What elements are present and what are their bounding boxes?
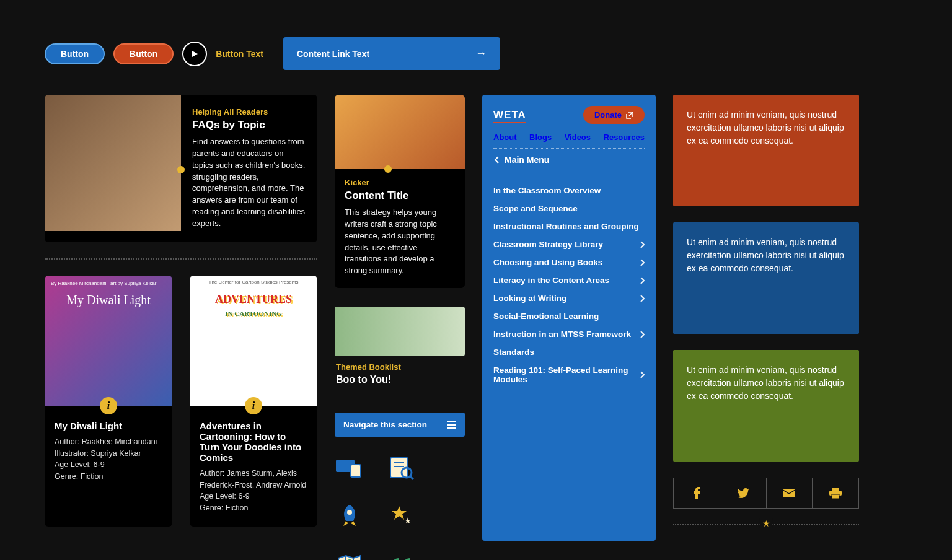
book-card[interactable]: By Raakhee Mirchandani · art by Supriya … xyxy=(45,276,172,527)
booklist-card[interactable]: Themed Booklist Boo to You! xyxy=(335,307,465,396)
menu-item-label: Looking at Writing xyxy=(493,294,566,303)
nav-resources[interactable]: Resources xyxy=(604,133,645,142)
card-desc: This strategy helps young writers craft … xyxy=(345,207,455,277)
menu-item[interactable]: Instruction in an MTSS Framework xyxy=(493,325,645,343)
menu-item[interactable]: Instructional Routines and Grouping xyxy=(493,217,645,235)
book-illustrator: Illustrator: Supriya Kelkar xyxy=(55,448,162,460)
primary-button[interactable]: Button xyxy=(45,43,105,64)
menu-item-label: Literacy in the Content Areas xyxy=(493,276,609,285)
menu-item-label: Choosing and Using Books xyxy=(493,258,602,267)
facebook-icon xyxy=(693,487,700,499)
chevron-right-icon xyxy=(640,331,645,338)
hamburger-icon xyxy=(447,421,456,429)
menu-item[interactable]: Choosing and Using Books xyxy=(493,253,645,271)
menu-item[interactable]: In the Classroom Overview xyxy=(493,182,645,199)
nav-blogs[interactable]: Blogs xyxy=(529,133,552,142)
divider xyxy=(45,258,317,260)
info-icon: i xyxy=(100,397,117,414)
nav-videos[interactable]: Videos xyxy=(565,133,591,142)
book-card[interactable]: The Center for Cartoon Studies Presents … xyxy=(190,276,317,527)
content-link-label: Content Link Text xyxy=(297,49,369,59)
chevron-right-icon xyxy=(640,295,645,302)
feature-card[interactable]: Helping All Readers FAQs by Topic Find a… xyxy=(45,95,317,242)
menu-item[interactable]: Standards xyxy=(493,343,645,361)
booklist-title: Boo to You! xyxy=(336,374,464,385)
menu-item-label: Reading 101: Self-Paced Learning Modules xyxy=(493,365,640,384)
quote-icon xyxy=(388,551,415,560)
book-cover: The Center for Cartoon Studies Presents … xyxy=(190,276,317,406)
menu-item-label: Social-Emotional Learning xyxy=(493,312,599,321)
arrow-right-icon: → xyxy=(475,47,487,60)
menu-divider xyxy=(493,175,645,175)
menu-item-label: Instruction in an MTSS Framework xyxy=(493,330,631,339)
breadcrumb[interactable]: Main Menu xyxy=(493,155,645,165)
star-icon: ★ xyxy=(760,518,773,528)
menu-item[interactable]: Scope and Sequence xyxy=(493,199,645,217)
print-icon xyxy=(829,488,842,499)
menu-item-label: In the Classroom Overview xyxy=(493,186,601,195)
cover-title: My Diwali Light xyxy=(45,293,172,307)
book-author: Author: Raakhee Mirchandani xyxy=(55,436,162,448)
icon-row xyxy=(335,454,465,560)
svg-marker-0 xyxy=(192,51,198,57)
menu-item[interactable]: Literacy in the Content Areas xyxy=(493,271,645,289)
menu-item-label: Classroom Strategy Library xyxy=(493,240,603,249)
cover-byline: By Raakhee Mirchandani · art by Supriya … xyxy=(51,281,156,286)
play-icon xyxy=(190,50,199,58)
chevron-right-icon xyxy=(640,277,645,284)
news-search-icon xyxy=(388,454,415,481)
menu-item-label: Scope and Sequence xyxy=(493,204,578,213)
svg-point-8 xyxy=(347,510,352,515)
sidebar-menu: WETA Donate About Blogs Videos Resources… xyxy=(482,95,656,541)
card-kicker: Kicker xyxy=(345,178,455,187)
menu-item-label: Standards xyxy=(493,348,534,357)
section-nav-toggle[interactable]: Navigate this section xyxy=(335,413,465,437)
feature-title: FAQs by Topic xyxy=(192,119,306,131)
info-icon: i xyxy=(245,397,262,414)
secondary-button[interactable]: Button xyxy=(113,43,174,64)
menu-item[interactable]: Social-Emotional Learning xyxy=(493,307,645,325)
callout-blue: Ut enim ad minim veniam, quis nostrud ex… xyxy=(673,222,859,334)
content-link-bar[interactable]: Content Link Text → xyxy=(283,37,500,70)
nav-about[interactable]: About xyxy=(493,133,517,142)
star-icon xyxy=(388,502,415,530)
rocket-icon xyxy=(336,502,363,530)
menu-item[interactable]: Reading 101: Self-Paced Learning Modules xyxy=(493,361,645,388)
external-link-icon xyxy=(626,112,633,119)
callout-green: Ut enim ad minim veniam, quis nostrud ex… xyxy=(673,350,859,462)
booklist-image xyxy=(335,307,465,356)
menu-item[interactable]: Classroom Strategy Library xyxy=(493,235,645,253)
book-cover: By Raakhee Mirchandani · art by Supriya … xyxy=(45,276,172,406)
chevron-right-icon xyxy=(640,371,645,378)
booklist-kicker: Themed Booklist xyxy=(336,362,464,372)
card-title: Content Title xyxy=(345,190,455,202)
menu-top-nav: About Blogs Videos Resources xyxy=(493,133,645,142)
chevron-left-icon xyxy=(493,155,500,164)
book-genre: Genre: Fiction xyxy=(55,471,162,483)
svg-rect-2 xyxy=(351,465,361,477)
menu-item-label: Instructional Routines and Grouping xyxy=(493,222,639,231)
svg-line-7 xyxy=(410,476,413,479)
book-title: My Diwali Light xyxy=(55,421,162,431)
cover-title: ADVENTURES IN CARTOONING xyxy=(190,293,317,319)
donate-button[interactable]: Donate xyxy=(583,106,645,124)
share-print[interactable] xyxy=(813,478,858,508)
svg-rect-17 xyxy=(832,494,839,499)
menu-divider xyxy=(493,148,645,149)
share-twitter[interactable] xyxy=(720,478,767,508)
menu-item[interactable]: Looking at Writing xyxy=(493,289,645,307)
callout-orange: Ut enim ad minim veniam, quis nostrud ex… xyxy=(673,95,859,206)
play-icon-button[interactable] xyxy=(182,42,207,66)
card-image xyxy=(335,95,465,169)
strategy-card[interactable]: Kicker Content Title This strategy helps… xyxy=(335,95,465,288)
inline-link[interactable]: Button Text xyxy=(216,49,263,59)
twitter-icon xyxy=(737,488,749,498)
svg-rect-15 xyxy=(832,488,839,491)
share-facebook[interactable] xyxy=(674,478,720,508)
share-bar xyxy=(673,478,859,509)
book-title: Adventures in Cartooning: How to Turn Yo… xyxy=(200,421,307,463)
share-email[interactable] xyxy=(767,478,813,508)
chevron-right-icon xyxy=(640,241,645,248)
map-icon xyxy=(336,551,363,560)
section-nav-label: Navigate this section xyxy=(343,420,427,429)
